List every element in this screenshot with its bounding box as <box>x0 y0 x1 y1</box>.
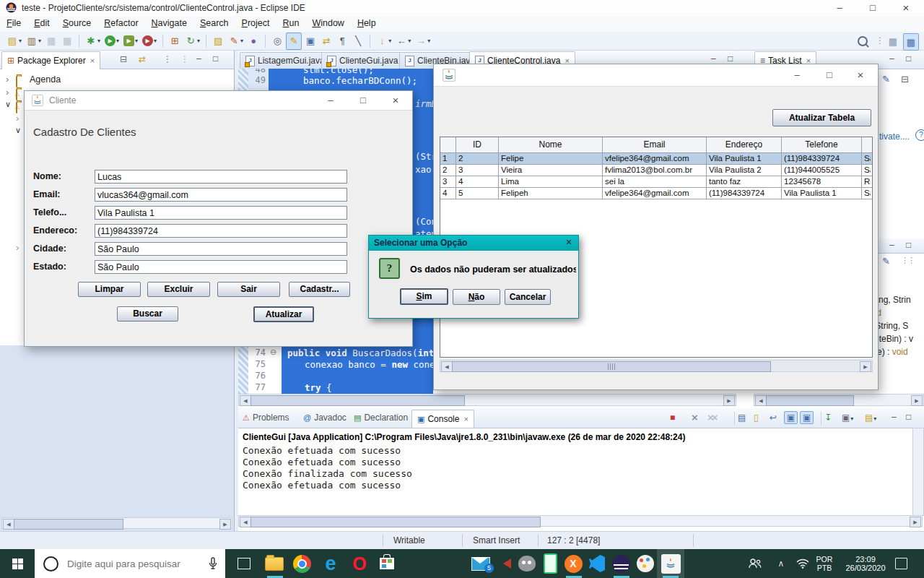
dialog-titlebar[interactable]: Selecionar uma Opção × <box>369 236 578 251</box>
close-button[interactable]: × <box>562 236 575 248</box>
close-icon[interactable]: × <box>90 56 95 65</box>
buscar-button[interactable]: Buscar <box>117 306 178 322</box>
collapse-all-icon[interactable]: ⊟ <box>120 54 127 64</box>
new-java-ee-icon[interactable]: ⊞ <box>167 33 182 49</box>
scroll-thumb[interactable] <box>14 519 123 530</box>
close-button[interactable]: × <box>847 64 874 86</box>
chevron-right-icon[interactable]: › <box>16 242 19 253</box>
show-whitespace-icon[interactable]: ¶ <box>335 33 349 49</box>
tab-listagemgui[interactable]: J ListagemGui.java <box>240 52 331 69</box>
minimize-button[interactable]: – <box>317 91 344 110</box>
atualizar-button[interactable]: Atualizar <box>253 306 314 322</box>
chrome-icon[interactable] <box>292 553 312 574</box>
atualizar-tabela-button[interactable]: Atualizar Tabela <box>772 109 871 126</box>
search-input[interactable] <box>66 558 208 570</box>
col-rowno[interactable] <box>440 137 456 152</box>
col-email[interactable]: Email <box>603 137 707 152</box>
edge-icon[interactable]: e <box>321 553 341 574</box>
profile-icon[interactable]: ▶ <box>141 33 158 49</box>
scroll-right-icon[interactable]: ▶ <box>911 395 923 406</box>
display-console-icon[interactable]: ▣ <box>842 413 853 423</box>
tab-clientegui[interactable]: J ClienteGui.java <box>321 52 404 69</box>
opera-icon[interactable]: O <box>349 553 370 574</box>
col-id[interactable]: ID <box>456 137 499 152</box>
maximize-button[interactable]: □ <box>816 64 843 86</box>
people-icon[interactable] <box>745 553 765 574</box>
open-perspective-icon[interactable]: ▦ <box>886 33 900 49</box>
cliente-titlebar[interactable]: Cliente – □ × <box>25 91 412 111</box>
minimize-view-icon[interactable]: – <box>196 53 201 64</box>
menu-source[interactable]: Source <box>56 16 98 32</box>
show-console-on-stderr-icon[interactable]: ▣ <box>800 411 814 424</box>
link-with-editor-icon[interactable]: ⇄ <box>319 33 334 49</box>
excluir-button[interactable]: Excluir <box>147 282 210 297</box>
view-menu2-icon[interactable]: ⋮ <box>180 54 189 64</box>
chevron-right-icon[interactable]: › <box>16 113 19 124</box>
menu-window[interactable]: Window <box>305 16 350 32</box>
tree-item-agenda[interactable]: › Agenda <box>0 74 231 87</box>
menu-run[interactable]: Run <box>276 16 305 32</box>
tab-package-explorer[interactable]: ⊞ Package Explorer × <box>1 51 100 69</box>
close-button[interactable]: × <box>382 91 409 110</box>
scroll-left-icon[interactable]: ◀ <box>755 395 767 406</box>
outline-sort-icon[interactable]: ⋮⋮ <box>901 256 914 265</box>
view-menu-icon[interactable]: ⋮ <box>163 54 172 64</box>
tab-javadoc[interactable]: @Javadoc <box>303 413 346 423</box>
chevron-up-icon[interactable]: ∧ <box>771 553 791 574</box>
minimize-button[interactable]: – <box>783 64 811 86</box>
minimize-view-icon[interactable]: – <box>711 53 716 64</box>
eclipse-icon[interactable] <box>611 553 631 574</box>
cancelar-button[interactable]: Cancelar <box>505 289 551 305</box>
next-annotation-icon[interactable]: ▣ <box>303 33 318 49</box>
link-editor-icon[interactable]: ⇄ <box>139 54 146 64</box>
word-wrap-icon[interactable]: ↩ <box>770 413 777 423</box>
console-hscrollbar[interactable]: ◀ ▶ <box>238 515 923 527</box>
start-button[interactable] <box>0 549 35 578</box>
menu-file[interactable]: File <box>0 16 27 32</box>
minimize-view-icon[interactable]: – <box>892 412 897 422</box>
toolbar-overflow-icon[interactable]: ⋮ <box>876 35 884 46</box>
table-row[interactable]: 45Felipehvfelipe364@gmail.com(11)9843397… <box>440 188 872 199</box>
table-row[interactable]: 12Felipevfelipe364@gmail.comVila Paulist… <box>440 153 872 165</box>
pin-console-icon[interactable]: ↧ <box>824 413 832 423</box>
table-row[interactable]: 23Vieirafvlima2013@bol.com.brVila Paulis… <box>440 165 872 176</box>
chevron-right-icon[interactable]: › <box>6 87 9 98</box>
tasklist-edit-icon[interactable]: ✎ <box>882 74 890 85</box>
maximize-view-icon[interactable]: □ <box>728 53 733 64</box>
nao-button[interactable]: Não <box>453 289 500 305</box>
back-icon[interactable]: ← <box>394 33 412 49</box>
java-app-icon[interactable] <box>661 553 681 574</box>
search-icon[interactable] <box>858 36 868 49</box>
menu-edit[interactable]: Edit <box>27 16 56 32</box>
col-endereco[interactable]: Endereço <box>707 137 782 152</box>
menu-navigate[interactable]: Navigate <box>145 16 193 32</box>
console-vscrollbar[interactable] <box>912 428 924 516</box>
table-row[interactable]: 34Limasei latanto faz12345678Rio <box>440 176 872 188</box>
block-selection-icon[interactable]: ╲ <box>351 33 365 49</box>
minimize-button[interactable]: – <box>823 0 856 16</box>
help-circle-icon[interactable]: ? <box>915 129 924 141</box>
tabela-titlebar[interactable]: – □ × <box>434 64 878 87</box>
debug-icon[interactable]: ✱ <box>84 33 102 49</box>
open-console-icon[interactable]: ▤ <box>865 413 876 423</box>
maximize-view-icon[interactable]: □ <box>906 240 911 250</box>
notification-center-icon[interactable] <box>895 558 907 569</box>
maximize-button[interactable]: □ <box>349 91 377 110</box>
taskbar-search[interactable] <box>35 549 225 578</box>
clock[interactable]: 23:09 26/03/2020 <box>842 555 889 572</box>
scroll-right-icon[interactable]: ▶ <box>860 361 871 372</box>
show-console-on-stdout-icon[interactable]: ▣ <box>784 411 798 424</box>
clear-all-icon[interactable]: ×× <box>707 411 716 423</box>
maximize-view-icon[interactable]: □ <box>906 412 911 422</box>
scroll-right-icon[interactable]: ▶ <box>910 517 921 527</box>
save-icon[interactable]: ▦ <box>44 33 58 49</box>
file-explorer-icon[interactable] <box>264 553 284 574</box>
phone-app-icon[interactable] <box>540 553 560 574</box>
mail-icon[interactable]: 5 <box>471 553 491 574</box>
endereco-field[interactable] <box>95 224 347 238</box>
scroll-left-icon[interactable]: ◀ <box>240 395 251 406</box>
col-telefone[interactable]: Telefone <box>782 137 862 152</box>
code-top-slice[interactable]: 48 49 stmt.close(); banco.fecharBDConn()… <box>238 69 433 90</box>
clear-launch-icon[interactable]: × <box>692 411 698 423</box>
scroll-left-icon[interactable]: ◀ <box>441 361 453 372</box>
